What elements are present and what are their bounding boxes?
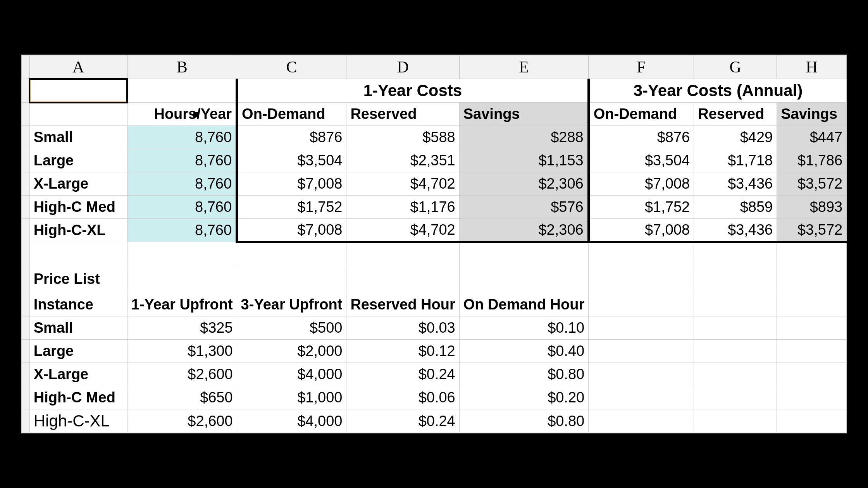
price-3yr-upfront[interactable]: $2,000 [237,340,346,363]
price-instance[interactable]: High-C Med [29,386,127,409]
ondemand-3y[interactable]: $7,008 [589,219,694,242]
empty-cell[interactable] [694,293,777,316]
ondemand-3y[interactable]: $876 [589,126,694,149]
reserved-1y[interactable]: $2,351 [346,149,459,172]
reserved-3y[interactable]: $429 [694,126,777,149]
reserved-3y[interactable]: $859 [694,196,777,219]
ondemand-1y[interactable]: $7,008 [237,172,346,196]
reserved-1y[interactable]: $588 [346,126,459,149]
price-ondemand-hr[interactable]: $0.40 [459,340,588,363]
empty-cell[interactable] [777,293,847,316]
instance-name[interactable]: Small [29,126,127,149]
price-3yr-upfront[interactable]: $4,000 [237,409,346,433]
hours-cell[interactable]: 8,760 [127,219,237,242]
empty-cell[interactable] [589,242,694,265]
row-header[interactable] [21,219,29,242]
empty-cell[interactable] [459,242,588,265]
col-header-D[interactable]: D [346,55,459,79]
spreadsheet[interactable]: A B C D E F G H 1-Year Costs 3-Year Cost… [21,55,847,433]
ondemand-3y[interactable]: $3,504 [589,149,694,172]
empty-cell[interactable] [237,242,346,265]
empty-cell[interactable] [589,363,694,386]
price-1yr-upfront[interactable]: $2,600 [127,363,237,386]
hours-cell[interactable]: 8,760 [127,126,237,149]
reserved-3y[interactable]: $3,436 [694,172,777,196]
empty-cell[interactable] [694,340,777,363]
empty-cell[interactable] [694,409,777,433]
price-instance[interactable]: High-C-XL [29,409,127,433]
ondemand-1y[interactable]: $876 [237,126,346,149]
empty-cell[interactable] [589,409,694,433]
row-header[interactable] [21,386,29,409]
selection-fill-handle[interactable] [193,112,199,117]
col-header-F[interactable]: F [589,55,694,79]
reserved-1y[interactable]: $1,176 [346,196,459,219]
ondemand-1y[interactable]: $3,504 [237,149,346,172]
row-header[interactable] [21,103,29,126]
savings-1y[interactable]: $288 [459,126,588,149]
instance-name[interactable]: High-C-XL [29,219,127,242]
instance-name[interactable]: X-Large [29,172,127,196]
price-1yr-upfront[interactable]: $1,300 [127,340,237,363]
hours-cell[interactable]: 8,760 [127,172,237,196]
row-header[interactable] [21,172,29,196]
empty-cell[interactable] [777,242,847,265]
price-3yr-upfront[interactable]: $1,000 [237,386,346,409]
savings-3y[interactable]: $447 [777,126,847,149]
reserved-1y[interactable]: $4,702 [346,219,459,242]
price-instance[interactable]: Small [29,316,127,340]
empty-cell[interactable] [777,265,847,293]
col-header-B[interactable]: B [127,55,237,79]
savings-3y[interactable]: $3,572 [777,172,847,196]
savings-1y[interactable]: $576 [459,196,588,219]
reserved-1y[interactable]: $4,702 [346,172,459,196]
price-ondemand-hr[interactable]: $0.20 [459,386,588,409]
row-header[interactable] [21,79,29,103]
price-ondemand-hr[interactable]: $0.80 [459,363,588,386]
instance-name[interactable]: High-C Med [29,196,127,219]
empty-cell[interactable] [459,265,588,293]
savings-1y[interactable]: $2,306 [459,219,588,242]
savings-1y[interactable]: $1,153 [459,149,588,172]
empty-cell[interactable] [694,363,777,386]
price-3yr-upfront[interactable]: $4,000 [237,363,346,386]
price-1yr-upfront[interactable]: $2,600 [127,409,237,433]
empty-cell[interactable] [589,265,694,293]
savings-1y[interactable]: $2,306 [459,172,588,196]
ondemand-1y[interactable]: $7,008 [237,219,346,242]
col-header-E[interactable]: E [459,55,588,79]
row-header[interactable] [21,409,29,433]
empty-cell[interactable] [127,265,237,293]
ondemand-3y[interactable]: $1,752 [589,196,694,219]
reserved-3y[interactable]: $1,718 [694,149,777,172]
empty-cell[interactable] [589,386,694,409]
cell-A2[interactable] [29,103,127,126]
empty-cell[interactable] [694,386,777,409]
empty-cell[interactable] [694,265,777,293]
row-header[interactable] [21,242,29,265]
select-all-corner[interactable] [21,55,29,79]
ondemand-1y[interactable]: $1,752 [237,196,346,219]
row-header[interactable] [21,149,29,172]
price-ondemand-hr[interactable]: $0.10 [459,316,588,340]
empty-cell[interactable] [589,340,694,363]
price-reserved-hr[interactable]: $0.03 [346,316,459,340]
col-header-C[interactable]: C [237,55,346,79]
row-header[interactable] [21,316,29,340]
empty-cell[interactable] [237,265,346,293]
empty-cell[interactable] [694,316,777,340]
row-header[interactable] [21,196,29,219]
column-header-row[interactable]: A B C D E F G H [21,55,846,79]
empty-cell[interactable] [346,242,459,265]
row-header[interactable] [21,340,29,363]
price-ondemand-hr[interactable]: $0.80 [459,409,588,433]
price-instance[interactable]: Large [29,340,127,363]
row-header[interactable] [21,126,29,149]
row-header[interactable] [21,293,29,316]
empty-cell[interactable] [29,242,127,265]
price-1yr-upfront[interactable]: $325 [127,316,237,340]
col-header-G[interactable]: G [694,55,777,79]
row-header[interactable] [21,363,29,386]
empty-cell[interactable] [589,316,694,340]
price-reserved-hr[interactable]: $0.24 [346,363,459,386]
